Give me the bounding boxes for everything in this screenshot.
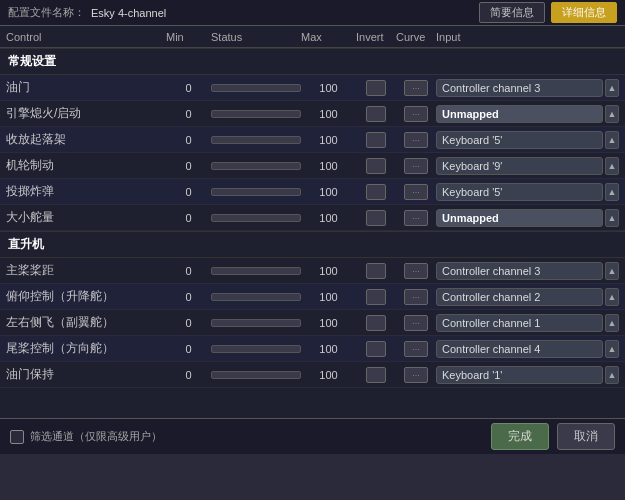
curve-button[interactable]: ··· [404,341,428,357]
slider-track [211,162,301,170]
filter-checkbox[interactable] [10,430,24,444]
row-label: 机轮制动 [6,157,166,174]
input-value: Controller channel 1 [436,314,603,332]
input-select[interactable]: Controller channel 1▲ [436,314,619,332]
table-header: Control Min Status Max Invert Curve Inpu… [0,26,625,48]
slider-cell[interactable] [211,315,301,331]
row-max: 100 [301,108,356,120]
row-label: 油门保持 [6,366,166,383]
dropdown-arrow-icon[interactable]: ▲ [605,366,619,384]
file-label: 配置文件名称： [8,5,85,20]
input-value: Keyboard '5' [436,131,603,149]
curve-button[interactable]: ··· [404,263,428,279]
detail-tab-btn[interactable]: 详细信息 [551,2,617,23]
row-max: 100 [301,160,356,172]
done-button[interactable]: 完成 [491,423,549,450]
row-min: 0 [166,160,211,172]
input-select[interactable]: Controller channel 3▲ [436,262,619,280]
row-label: 油门 [6,79,166,96]
slider-cell[interactable] [211,210,301,226]
invert-button[interactable] [366,106,386,122]
curve-button[interactable]: ··· [404,184,428,200]
slider-cell[interactable] [211,80,301,96]
invert-button[interactable] [366,367,386,383]
slider-track [211,84,301,92]
table-row: 投掷炸弹0100···Keyboard '5'▲ [0,179,625,205]
cancel-button[interactable]: 取消 [557,423,615,450]
dropdown-arrow-icon[interactable]: ▲ [605,340,619,358]
input-select[interactable]: Keyboard '1'▲ [436,366,619,384]
row-max: 100 [301,134,356,146]
invert-button[interactable] [366,341,386,357]
input-value: Controller channel 3 [436,79,603,97]
input-value: Controller channel 2 [436,288,603,306]
slider-track [211,371,301,379]
invert-button[interactable] [366,80,386,96]
slider-cell[interactable] [211,289,301,305]
row-label: 收放起落架 [6,131,166,148]
input-value: Unmapped [436,209,603,227]
row-max: 100 [301,212,356,224]
table-row: 尾桨控制（方向舵）0100···Controller channel 4▲ [0,336,625,362]
slider-cell[interactable] [211,263,301,279]
col-status: Status [211,31,301,43]
row-max: 100 [301,265,356,277]
input-select[interactable]: Controller channel 2▲ [436,288,619,306]
input-select[interactable]: Controller channel 4▲ [436,340,619,358]
row-label: 尾桨控制（方向舵） [6,340,166,357]
dropdown-arrow-icon[interactable]: ▲ [605,105,619,123]
filter-check[interactable]: 筛选通道（仅限高级用户） [10,429,162,444]
row-label: 主桨桨距 [6,262,166,279]
row-max: 100 [301,186,356,198]
curve-button[interactable]: ··· [404,80,428,96]
slider-cell[interactable] [211,367,301,383]
invert-button[interactable] [366,132,386,148]
input-select[interactable]: Controller channel 3▲ [436,79,619,97]
table-row: 俯仰控制（升降舵）0100···Controller channel 2▲ [0,284,625,310]
slider-cell[interactable] [211,184,301,200]
row-label: 俯仰控制（升降舵） [6,288,166,305]
curve-button[interactable]: ··· [404,210,428,226]
dropdown-arrow-icon[interactable]: ▲ [605,314,619,332]
dropdown-arrow-icon[interactable]: ▲ [605,79,619,97]
dropdown-arrow-icon[interactable]: ▲ [605,209,619,227]
input-select[interactable]: Unmapped▲ [436,105,619,123]
dropdown-arrow-icon[interactable]: ▲ [605,288,619,306]
invert-button[interactable] [366,315,386,331]
dropdown-arrow-icon[interactable]: ▲ [605,183,619,201]
slider-track [211,136,301,144]
row-min: 0 [166,291,211,303]
dropdown-arrow-icon[interactable]: ▲ [605,157,619,175]
curve-button[interactable]: ··· [404,289,428,305]
table-row: 油门保持0100···Keyboard '1'▲ [0,362,625,388]
invert-button[interactable] [366,210,386,226]
filter-label: 筛选通道（仅限高级用户） [30,429,162,444]
row-max: 100 [301,343,356,355]
curve-button[interactable]: ··· [404,367,428,383]
slider-cell[interactable] [211,341,301,357]
curve-button[interactable]: ··· [404,132,428,148]
dropdown-arrow-icon[interactable]: ▲ [605,131,619,149]
input-select[interactable]: Unmapped▲ [436,209,619,227]
input-select[interactable]: Keyboard '5'▲ [436,131,619,149]
input-select[interactable]: Keyboard '5'▲ [436,183,619,201]
slider-cell[interactable] [211,106,301,122]
invert-button[interactable] [366,263,386,279]
input-select[interactable]: Keyboard '9'▲ [436,157,619,175]
input-value: Keyboard '9' [436,157,603,175]
curve-button[interactable]: ··· [404,106,428,122]
invert-button[interactable] [366,184,386,200]
dropdown-arrow-icon[interactable]: ▲ [605,262,619,280]
row-label: 大小舵量 [6,209,166,226]
file-value: Esky 4-channel [91,7,166,19]
invert-button[interactable] [366,289,386,305]
curve-button[interactable]: ··· [404,158,428,174]
slider-cell[interactable] [211,158,301,174]
summary-tab-btn[interactable]: 简要信息 [479,2,545,23]
slider-cell[interactable] [211,132,301,148]
slider-track [211,267,301,275]
invert-button[interactable] [366,158,386,174]
table-row: 主桨桨距0100···Controller channel 3▲ [0,258,625,284]
curve-button[interactable]: ··· [404,315,428,331]
table-row: 收放起落架0100···Keyboard '5'▲ [0,127,625,153]
